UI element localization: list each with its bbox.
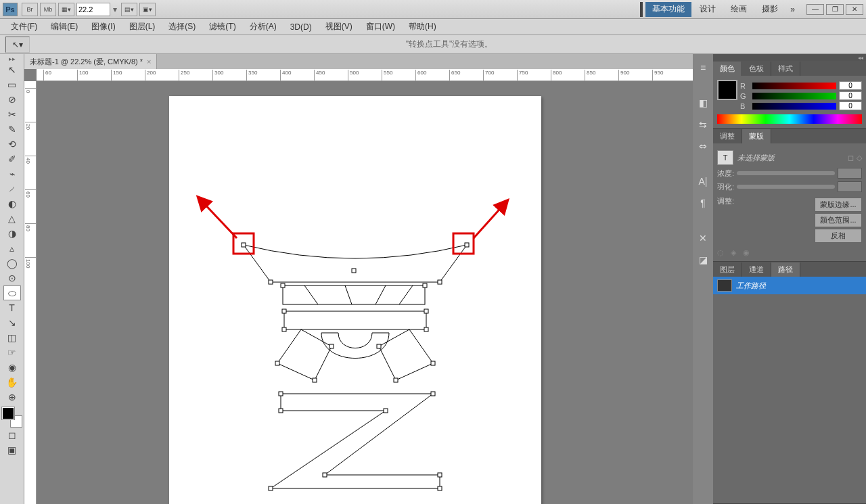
zoom-input[interactable] bbox=[76, 3, 110, 16]
strip-brushes-icon[interactable]: ⇆ bbox=[695, 116, 711, 133]
strip-clone-icon[interactable]: ⇔ bbox=[695, 138, 711, 154]
density-slider bbox=[737, 171, 835, 175]
tab-layers[interactable]: 图层 bbox=[713, 262, 742, 277]
strip-paragraph-icon[interactable]: ¶ bbox=[695, 195, 711, 211]
slider-g[interactable] bbox=[752, 93, 836, 99]
ruler-vertical[interactable]: 020406080100 bbox=[24, 81, 37, 504]
bridge-button[interactable]: Br bbox=[22, 3, 38, 16]
mask-ico1[interactable]: ◌ bbox=[717, 248, 724, 257]
document-tab[interactable]: 未标题-1 @ 22.2% (爱, CMYK/8) * × bbox=[24, 54, 157, 69]
strip-swatches-icon[interactable]: ◧ bbox=[695, 95, 711, 111]
menu-analysis[interactable]: 分析(A) bbox=[243, 19, 283, 35]
fg-color[interactable] bbox=[2, 407, 14, 419]
input-g[interactable] bbox=[839, 91, 862, 100]
tool-brush[interactable]: ⌁ bbox=[3, 166, 21, 181]
path-item-label: 工作路径 bbox=[736, 281, 766, 291]
current-tool-icon[interactable]: ↖▾ bbox=[5, 37, 30, 53]
workspace-design[interactable]: 设计 bbox=[693, 2, 723, 17]
workspace-painting[interactable]: 绘画 bbox=[724, 2, 754, 17]
screenmode2-button[interactable]: ▣▾ bbox=[139, 3, 156, 16]
mask-ico2[interactable]: ◈ bbox=[731, 248, 736, 257]
strip-history-icon[interactable]: ≡ bbox=[695, 60, 711, 76]
minimize-button[interactable]: — bbox=[806, 4, 824, 15]
menu-view[interactable]: 视图(V) bbox=[319, 19, 359, 35]
tool-lasso[interactable]: ⊘ bbox=[3, 92, 21, 107]
tool-blur[interactable]: ▵ bbox=[3, 241, 21, 256]
workspace-more[interactable]: » bbox=[786, 2, 799, 17]
menu-window[interactable]: 窗口(W) bbox=[359, 19, 402, 35]
tab-channels[interactable]: 通道 bbox=[742, 262, 771, 277]
menu-3d[interactable]: 3D(D) bbox=[283, 19, 319, 35]
tool-move[interactable]: ↖ bbox=[3, 62, 21, 77]
panel-collapse-icon[interactable]: ◂◂ bbox=[858, 55, 863, 61]
menu-file[interactable]: 文件(F) bbox=[4, 19, 44, 35]
invert-button[interactable]: 反相 bbox=[815, 229, 862, 243]
strip-tools-icon[interactable]: ✕ bbox=[695, 230, 711, 246]
pixel-mask-icon[interactable]: ◻ bbox=[848, 154, 854, 162]
tool-screenmode[interactable]: ▣ bbox=[3, 442, 21, 457]
tool-wand[interactable]: ✂ bbox=[3, 107, 21, 122]
slider-r[interactable] bbox=[752, 83, 836, 89]
tool-pathsel[interactable]: ↘ bbox=[3, 315, 21, 330]
tool-dodge[interactable]: ◯ bbox=[3, 256, 21, 271]
tool-stamp[interactable]: ⟋ bbox=[3, 181, 21, 196]
menu-select[interactable]: 选择(S) bbox=[162, 19, 202, 35]
color-range-button[interactable]: 颜色范围... bbox=[815, 213, 862, 227]
svg-rect-17 bbox=[377, 344, 381, 348]
vector-mask-icon[interactable]: ◇ bbox=[857, 154, 862, 162]
tool-quickmask[interactable]: ◻ bbox=[3, 428, 21, 442]
tab-paths[interactable]: 路径 bbox=[771, 262, 800, 277]
tool-crop[interactable]: ✎ bbox=[3, 122, 21, 137]
menu-edit[interactable]: 编辑(E) bbox=[44, 19, 85, 35]
color-picker[interactable] bbox=[2, 407, 22, 428]
tool-heal[interactable]: ✐ bbox=[3, 152, 21, 166]
menu-image[interactable]: 图像(I) bbox=[85, 19, 122, 35]
tool-type[interactable]: T bbox=[3, 300, 21, 315]
tool-marquee[interactable]: ▭ bbox=[3, 77, 21, 92]
menu-filter[interactable]: 滤镜(T) bbox=[202, 19, 242, 35]
tool-eyedrop[interactable]: ⟲ bbox=[3, 137, 21, 152]
mask-edge-button[interactable]: 蒙版边缘... bbox=[815, 198, 862, 212]
tab-masks[interactable]: 蒙版 bbox=[742, 129, 771, 143]
tool-pen[interactable]: ⊙ bbox=[3, 271, 21, 285]
artboard[interactable] bbox=[169, 96, 541, 504]
svg-rect-23 bbox=[438, 473, 442, 477]
input-r[interactable] bbox=[839, 81, 862, 90]
close-tab-icon[interactable]: × bbox=[147, 58, 151, 66]
tool-shape[interactable]: ◫ bbox=[3, 330, 21, 345]
minibridge-button[interactable]: Mb bbox=[40, 3, 56, 16]
tool-3d[interactable]: ☞ bbox=[3, 345, 21, 360]
arrange-button[interactable]: ▤▾ bbox=[121, 3, 137, 16]
maximize-button[interactable]: ❐ bbox=[826, 4, 844, 15]
close-button[interactable]: ✕ bbox=[846, 4, 863, 15]
screenmode-button[interactable]: ▦▾ bbox=[58, 3, 74, 16]
color-swatch[interactable] bbox=[717, 80, 737, 100]
color-spectrum[interactable] bbox=[717, 114, 862, 124]
tool-convertpoint[interactable]: ⬭ bbox=[3, 285, 21, 300]
tab-swatches[interactable]: 色板 bbox=[742, 62, 771, 76]
tool-zoom[interactable]: ⊕ bbox=[3, 390, 21, 405]
mask-ico3[interactable]: ◉ bbox=[743, 248, 750, 257]
tab-adjustments[interactable]: 调整 bbox=[713, 129, 742, 143]
svg-rect-18 bbox=[279, 392, 283, 396]
strip-character-icon[interactable]: A| bbox=[695, 173, 711, 189]
svg-rect-7 bbox=[423, 283, 427, 288]
tab-styles[interactable]: 样式 bbox=[771, 62, 800, 76]
tool-gradient[interactable]: ◑ bbox=[3, 226, 21, 241]
tool-eraser[interactable]: △ bbox=[3, 211, 21, 226]
tool-hand[interactable]: ✋ bbox=[3, 375, 21, 390]
ruler-horizontal[interactable]: 6010015020025030035040045050055060065070… bbox=[37, 69, 693, 81]
workspace-photo[interactable]: 摄影 bbox=[755, 2, 785, 17]
menu-help[interactable]: 帮助(H) bbox=[402, 19, 443, 35]
zoom-dropdown-icon[interactable]: ▾ bbox=[113, 5, 117, 14]
path-item-workpath[interactable]: 工作路径 bbox=[713, 277, 866, 294]
tool-history[interactable]: ◐ bbox=[3, 196, 21, 211]
tool-3dcam[interactable]: ◉ bbox=[3, 360, 21, 375]
slider-b[interactable] bbox=[752, 103, 836, 110]
tab-color[interactable]: 颜色 bbox=[713, 62, 742, 76]
strip-nav-icon[interactable]: ◪ bbox=[695, 252, 711, 268]
canvas[interactable] bbox=[37, 81, 693, 504]
input-b[interactable] bbox=[839, 101, 862, 110]
menu-layer[interactable]: 图层(L) bbox=[122, 19, 162, 35]
workspace-essentials[interactable]: 基本功能 bbox=[645, 2, 691, 17]
